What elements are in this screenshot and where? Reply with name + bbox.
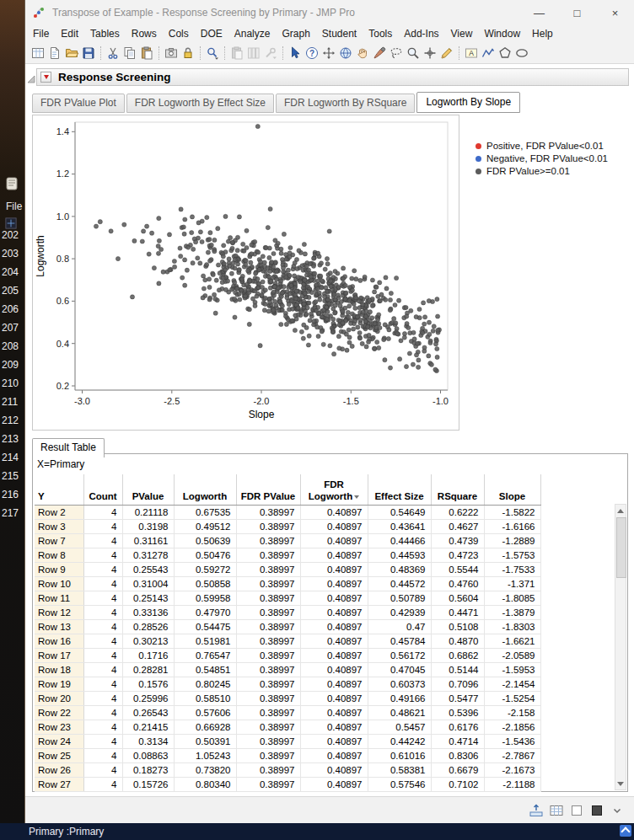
globe-icon[interactable] (337, 45, 354, 62)
dock-report-icon[interactable] (529, 804, 543, 817)
scroll-top-button[interactable] (620, 825, 631, 837)
save-icon[interactable] (80, 45, 97, 62)
checkbox-icon[interactable] (570, 804, 583, 817)
chevron-down-icon[interactable] (610, 804, 624, 817)
outline-disclosure-icon[interactable] (27, 72, 35, 87)
row-label[interactable]: Row 2 (35, 506, 83, 520)
menu-item-rows[interactable]: Rows (126, 26, 163, 41)
col-header-fdr-pvalue[interactable]: FDR PValue (236, 474, 300, 506)
menu-item-graph[interactable]: Graph (276, 26, 315, 41)
row-label[interactable]: Row 9 (35, 563, 83, 577)
row-label[interactable]: Row 22 (35, 706, 83, 720)
cell: 0.4870 (431, 634, 484, 649)
crosshair-tool-icon[interactable] (422, 45, 438, 62)
toolbar-separator (100, 46, 101, 60)
background-file-menu[interactable]: File (6, 201, 22, 212)
lock-icon[interactable] (180, 45, 196, 62)
zoom-tool-icon[interactable] (405, 45, 422, 62)
row-label[interactable]: Row 27 (35, 778, 83, 792)
tab-fdr-logworth-by-effect-size[interactable]: FDR Logworth By Effect Size (126, 94, 274, 113)
menu-item-tables[interactable]: Tables (84, 26, 126, 41)
menu-item-doe[interactable]: DOE (195, 26, 228, 41)
scatter-plot-svg[interactable]: -3.0-2.5-2.0-1.5-1.00.20.40.60.81.01.21.… (33, 115, 459, 430)
row-label[interactable]: Row 12 (35, 606, 83, 620)
col-header-y[interactable]: Y (35, 474, 83, 506)
col-header-logworth[interactable]: Logworth (174, 474, 236, 506)
arrow-cursor-icon[interactable] (287, 45, 304, 62)
row-label[interactable]: Row 26 (35, 763, 83, 778)
close-button[interactable]: × (596, 0, 634, 25)
tab-logworth-by-slope[interactable]: Logworth By Slope (416, 92, 520, 113)
scrollbar-thumb[interactable] (616, 517, 626, 578)
row-label[interactable]: Row 25 (35, 749, 83, 763)
tab-result-table[interactable]: Result Table (32, 438, 105, 457)
cell: 0.5604 (431, 591, 484, 606)
menu-item-view[interactable]: View (445, 26, 479, 41)
row-label[interactable]: Row 17 (35, 649, 83, 663)
maximize-button[interactable]: □ (558, 0, 596, 25)
tab-fdr-pvalue-plot[interactable]: FDR PValue Plot (32, 94, 125, 113)
col-header-effect-size[interactable]: Effect Size (368, 474, 431, 506)
col-header-pvalue[interactable]: PValue (122, 474, 174, 506)
annotate-icon[interactable]: A (463, 45, 480, 62)
background-window-bottom[interactable]: Primary :Primary (0, 823, 634, 840)
polyline-icon[interactable] (480, 45, 497, 62)
row-label[interactable]: Row 11 (35, 591, 83, 606)
menu-item-file[interactable]: File (27, 26, 55, 41)
col-header-rsquare[interactable]: RSquare (431, 474, 484, 506)
row-label[interactable]: Row 8 (35, 548, 83, 563)
tab-fdr-logworth-by-rsquare[interactable]: FDR Logworth By RSquare (276, 94, 415, 113)
minimize-button[interactable]: — (520, 0, 558, 25)
row-label[interactable]: Row 13 (35, 620, 83, 634)
brush-tool-icon[interactable] (371, 45, 388, 62)
capture-icon[interactable] (163, 45, 180, 62)
new-data-table-icon[interactable] (30, 45, 46, 62)
col-header-fdr-logworth[interactable]: FDRLogworth (300, 474, 368, 506)
background-window-left[interactable]: File 20220320420520620720820921021121221… (0, 0, 25, 823)
menu-item-cols[interactable]: Cols (163, 26, 195, 41)
pencil-tool-icon[interactable] (438, 45, 455, 62)
menu-item-add-ins[interactable]: Add-Ins (398, 26, 444, 41)
row-label[interactable]: Row 24 (35, 735, 83, 749)
menu-item-analyze[interactable]: Analyze (228, 26, 277, 41)
new-journal-icon[interactable] (46, 45, 63, 62)
polygon-icon[interactable] (497, 45, 513, 62)
oval-icon[interactable] (513, 45, 530, 62)
lasso-tool-icon[interactable] (388, 45, 405, 62)
copy-icon[interactable] (121, 45, 138, 62)
menu-item-window[interactable]: Window (478, 26, 526, 41)
menu-item-help[interactable]: Help (526, 26, 559, 41)
col-header-count[interactable]: Count (83, 474, 122, 506)
table-scrollbar[interactable] (615, 504, 626, 790)
col-header-slope[interactable]: Slope (484, 474, 540, 506)
menu-item-edit[interactable]: Edit (55, 26, 84, 41)
row-label[interactable]: Row 7 (35, 534, 83, 548)
row-label[interactable]: Row 23 (35, 720, 83, 735)
cut-icon[interactable] (105, 45, 121, 62)
data-grid-icon[interactable] (550, 804, 563, 817)
hand-tool-icon[interactable] (354, 45, 371, 62)
row-label[interactable]: Row 18 (35, 663, 83, 677)
row-label[interactable]: Row 16 (35, 634, 83, 649)
paste-special-icon[interactable] (228, 45, 245, 62)
scrollbar-up-icon[interactable] (615, 505, 626, 516)
menu-item-student[interactable]: Student (316, 26, 363, 41)
column-info-icon[interactable] (245, 45, 262, 62)
cell: 0.40897 (300, 692, 368, 706)
menu-item-tools[interactable]: Tools (363, 26, 398, 41)
scrollbar-down-icon[interactable] (615, 778, 626, 789)
search-icon[interactable] (204, 45, 221, 62)
move-tool-icon[interactable] (320, 45, 337, 62)
red-triangle-menu-button[interactable] (40, 72, 51, 83)
tools-dropdown-icon[interactable] (262, 45, 279, 62)
color-well-icon[interactable] (590, 804, 604, 817)
help-icon[interactable]: ? (304, 45, 320, 62)
row-label[interactable]: Row 19 (35, 677, 83, 692)
open-icon[interactable] (63, 45, 80, 62)
cell: 0.40897 (300, 620, 368, 634)
paste-icon[interactable] (138, 45, 155, 62)
row-label[interactable]: Row 3 (35, 520, 83, 534)
jmp-logo-icon[interactable] (32, 6, 46, 19)
row-label[interactable]: Row 10 (35, 577, 83, 591)
row-label[interactable]: Row 20 (35, 692, 83, 706)
